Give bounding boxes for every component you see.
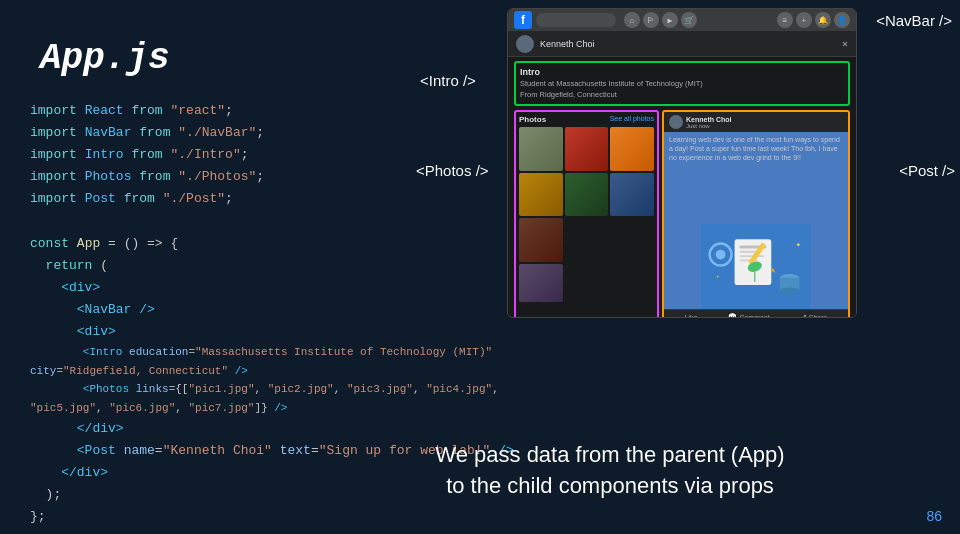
like-action[interactable]: Like	[685, 313, 698, 317]
facebook-icon: f	[514, 11, 532, 29]
bottom-text-line2: to the child components via props	[290, 471, 930, 502]
post-illustration-box: Kenneth Choi Just now Learning web dev i…	[662, 110, 850, 317]
photo-2	[565, 127, 609, 171]
photos-grid	[519, 127, 654, 262]
store-icon: 🛒	[681, 12, 697, 28]
flag-icon: 🏳	[643, 12, 659, 28]
navbar-self-close: <NavBar />	[30, 299, 530, 321]
photo-6	[610, 173, 654, 217]
video-icon: ▶	[662, 12, 678, 28]
const-app: const App = () => {	[30, 233, 530, 255]
fb-user-name: Kenneth Choi	[540, 39, 595, 49]
fb-header: Kenneth Choi ✕	[508, 31, 856, 57]
intro-annotation-label: <Intro />	[420, 72, 476, 89]
photo-1	[519, 127, 563, 171]
plus-icon: +	[796, 12, 812, 28]
home-icon: ⌂	[624, 12, 640, 28]
photo-extra	[519, 264, 563, 302]
post-time: Just now	[686, 123, 732, 129]
fb-content: Kenneth Choi ✕ Intro Student at Massachu…	[508, 31, 856, 317]
post-annotation-label: <Post />	[899, 162, 955, 179]
svg-rect-6	[740, 255, 764, 257]
browser-nav-bar: f ⌂ 🏳 ▶ 🛒 ≡ + 🔔 👤	[508, 9, 856, 31]
user-icon: 👤	[834, 12, 850, 28]
user-avatar-small	[516, 35, 534, 53]
post-user-name: Kenneth Choi	[686, 116, 732, 123]
photo-7	[519, 218, 563, 262]
intro-element: <Intro education="Massachusetts Institut…	[30, 343, 530, 380]
see-all-photos-link[interactable]: See all photos	[610, 115, 654, 124]
photos-title: Photos	[519, 115, 546, 124]
post-illustration-svg: ✦ ✦	[664, 224, 848, 310]
fb-close-icon: ✕	[842, 38, 848, 50]
menu-icon: ≡	[777, 12, 793, 28]
div2-close: </div>	[30, 418, 530, 440]
photos-header: Photos See all photos	[519, 115, 654, 124]
bell-icon: 🔔	[815, 12, 831, 28]
page-number: 86	[926, 508, 942, 524]
fb-two-column: Photos See all photos	[508, 110, 856, 317]
div-open: <div>	[30, 277, 530, 299]
intro-section: Intro Student at Massachusetts Institute…	[514, 61, 850, 106]
fn-close: };	[30, 506, 530, 528]
empty-line	[30, 210, 530, 232]
import-navbar: import NavBar from "./NavBar";	[30, 122, 530, 144]
intro-section-title: Intro	[520, 67, 844, 77]
comment-action[interactable]: 💬 Comment	[728, 313, 769, 317]
bottom-text-line1: We pass data from the parent (App)	[290, 440, 930, 471]
svg-text:✦: ✦	[796, 240, 801, 250]
page-title: App.js	[40, 38, 170, 79]
bottom-text-block: We pass data from the parent (App) to th…	[290, 440, 930, 502]
photo-5	[565, 173, 609, 217]
return-line: return (	[30, 255, 530, 277]
import-post: import Post from "./Post";	[30, 188, 530, 210]
photo-4	[519, 173, 563, 217]
intro-location: From Ridgefield, Connecticut	[520, 90, 844, 101]
svg-point-2	[716, 249, 726, 259]
browser-mockup: f ⌂ 🏳 ▶ 🛒 ≡ + 🔔 👤 Kenneth Choi ✕ Intro S…	[507, 8, 857, 318]
svg-point-12	[780, 287, 800, 294]
browser-action-icons: ≡ + 🔔 👤	[777, 12, 850, 28]
photos-element: <Photos links={["pic1.jpg", "pic2.jpg", …	[30, 380, 530, 417]
intro-education: Student at Massachusetts Institute of Te…	[520, 79, 844, 90]
div2-open: <div>	[30, 321, 530, 343]
post-text: Learning web dev is one of the most fun …	[664, 132, 848, 224]
photo-3	[610, 127, 654, 171]
empty-line2	[30, 528, 530, 534]
import-react: import React from "react";	[30, 100, 530, 122]
browser-search-bar	[536, 13, 616, 27]
svg-text:✦: ✦	[716, 273, 719, 278]
share-action[interactable]: ↗ Share	[801, 313, 828, 317]
photos-annotation-label: <Photos />	[416, 162, 489, 179]
photos-section: Photos See all photos	[514, 110, 659, 317]
navbar-annotation-label: <NavBar />	[876, 12, 952, 29]
